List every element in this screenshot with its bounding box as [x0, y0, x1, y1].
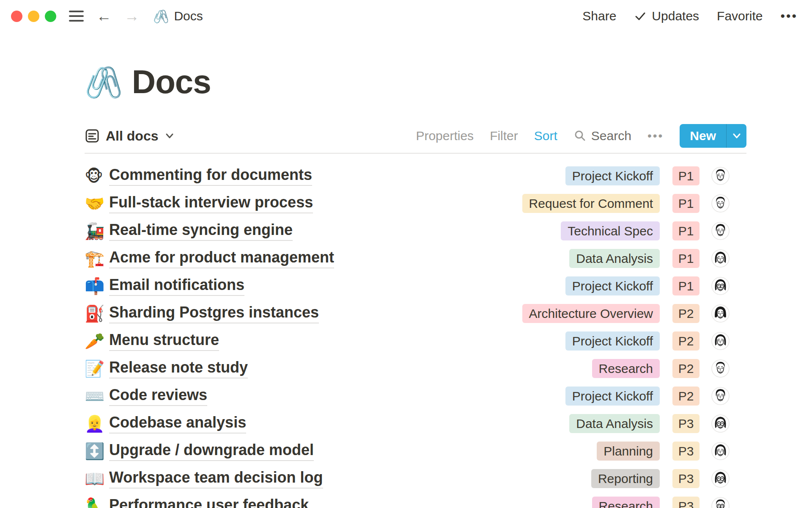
search-button[interactable]: Search	[573, 129, 631, 143]
minimize-button[interactable]	[28, 11, 39, 22]
doc-title-link[interactable]: Menu structure	[109, 331, 219, 351]
view-more-icon[interactable]: •••	[647, 129, 664, 143]
doc-title-link[interactable]: Upgrade / downgrade model	[109, 441, 314, 461]
chevron-down-icon	[164, 130, 175, 141]
window-title: Docs	[174, 9, 203, 23]
doc-emoji-icon[interactable]: ⌨️	[85, 388, 103, 404]
filter-button[interactable]: Filter	[490, 129, 518, 143]
table-row: 📝 Release note study Research P2	[85, 355, 746, 382]
back-button[interactable]: ←	[96, 8, 112, 24]
doc-title-link[interactable]: Sharding Postgres instances	[109, 304, 319, 323]
search-label: Search	[591, 129, 631, 143]
avatar	[711, 277, 730, 295]
doc-emoji-icon[interactable]: 🏗️	[85, 251, 103, 267]
view-switcher-all-docs[interactable]: All docs	[85, 128, 175, 144]
doc-emoji-icon[interactable]: ↕️	[85, 443, 103, 459]
doc-type-tag[interactable]: Data Analysis	[569, 249, 660, 268]
doc-title-link[interactable]: Workspace team decision log	[109, 469, 323, 489]
priority-badge[interactable]: P2	[672, 304, 700, 323]
forward-button[interactable]: →	[124, 8, 140, 24]
table-row: 🚂 Real-time syncing engine Technical Spe…	[85, 217, 746, 245]
priority-badge[interactable]: P3	[672, 414, 700, 433]
doc-type-tag[interactable]: Project Kickoff	[565, 387, 660, 406]
doc-title-link[interactable]: Performance user feedback	[109, 496, 309, 508]
doc-type-tag[interactable]: Research	[592, 497, 660, 508]
doc-type-tag[interactable]: Project Kickoff	[565, 276, 660, 295]
doc-title-link[interactable]: Release note study	[109, 359, 248, 378]
doc-emoji-icon[interactable]: 📝	[85, 361, 103, 377]
share-button[interactable]: Share	[582, 9, 616, 23]
doc-list-icon	[85, 128, 100, 144]
sort-button[interactable]: Sort	[534, 129, 557, 143]
check-icon	[634, 10, 647, 22]
table-row: 🏗️ Acme for product management Data Anal…	[85, 245, 746, 272]
avatar	[711, 469, 730, 488]
doc-title-link[interactable]: Code reviews	[109, 386, 207, 406]
doc-emoji-icon[interactable]: 👱‍♀️	[85, 416, 103, 432]
avatar	[711, 222, 730, 240]
table-row: 🥕 Menu structure Project Kickoff P2	[85, 327, 746, 355]
doc-type-tag[interactable]: Planning	[597, 442, 660, 461]
doc-type-tag[interactable]: Request for Comment	[522, 194, 660, 213]
menu-icon[interactable]	[69, 11, 84, 22]
avatar	[711, 249, 730, 268]
priority-badge[interactable]: P2	[672, 387, 700, 406]
priority-badge[interactable]: P1	[672, 276, 700, 295]
doc-title-link[interactable]: Email notifications	[109, 276, 244, 296]
priority-badge[interactable]: P1	[672, 249, 700, 268]
priority-badge[interactable]: P1	[672, 221, 700, 240]
doc-type-tag[interactable]: Research	[592, 359, 660, 378]
updates-label: Updates	[652, 9, 699, 23]
doc-emoji-icon[interactable]: 🦜	[85, 498, 103, 508]
doc-emoji-icon[interactable]: 🐵	[85, 168, 103, 184]
window-titlebar: ← → 🖇️ Docs Share Updates Favorite •••	[0, 0, 812, 32]
avatar	[711, 497, 730, 508]
doc-title-link[interactable]: Real-time syncing engine	[109, 221, 293, 241]
table-row: 📖 Workspace team decision log Reporting …	[85, 465, 746, 492]
table-row: 🦜 Performance user feedback Research P3	[85, 492, 746, 508]
table-row: ⌨️ Code reviews Project Kickoff P2	[85, 382, 746, 410]
doc-type-tag[interactable]: Architecture Overview	[522, 304, 660, 323]
page-icon[interactable]: 🖇️	[85, 67, 123, 97]
priority-badge[interactable]: P1	[672, 166, 700, 185]
more-options-icon[interactable]: •••	[780, 9, 798, 23]
new-button-group: New	[680, 124, 746, 148]
doc-emoji-icon[interactable]: 📫	[85, 278, 103, 294]
updates-button[interactable]: Updates	[634, 9, 699, 23]
avatar	[711, 442, 730, 460]
page-title: Docs	[132, 63, 211, 101]
doc-title-link[interactable]: Full-stack interview process	[109, 193, 313, 213]
chevron-down-icon	[732, 131, 742, 141]
doc-type-tag[interactable]: Project Kickoff	[565, 166, 660, 185]
doc-type-tag[interactable]: Project Kickoff	[565, 331, 660, 351]
zoom-button[interactable]	[45, 11, 56, 22]
avatar	[711, 304, 730, 323]
avatar	[711, 414, 730, 433]
avatar	[711, 194, 730, 213]
doc-emoji-icon[interactable]: 🚂	[85, 223, 103, 239]
doc-emoji-icon[interactable]: ⛽	[85, 306, 103, 322]
new-button[interactable]: New	[680, 124, 726, 148]
doc-title-link[interactable]: Acme for product management	[109, 248, 334, 268]
new-dropdown-button[interactable]	[726, 124, 746, 148]
doc-emoji-icon[interactable]: 🥕	[85, 333, 103, 349]
doc-title-link[interactable]: Codebase analysis	[109, 414, 246, 433]
priority-badge[interactable]: P3	[672, 442, 700, 461]
doc-title-link[interactable]: Commenting for documents	[109, 166, 312, 186]
priority-badge[interactable]: P1	[672, 194, 700, 213]
doc-type-tag[interactable]: Technical Spec	[561, 221, 660, 240]
close-button[interactable]	[11, 11, 22, 22]
doc-emoji-icon[interactable]: 🤝	[85, 196, 103, 212]
doc-emoji-icon[interactable]: 📖	[85, 471, 103, 487]
table-row: 🤝 Full-stack interview process Request f…	[85, 190, 746, 217]
properties-button[interactable]: Properties	[416, 129, 474, 143]
table-row: ↕️ Upgrade / downgrade model Planning P3	[85, 437, 746, 465]
doc-type-tag[interactable]: Data Analysis	[569, 414, 660, 433]
priority-badge[interactable]: P2	[672, 331, 700, 351]
priority-badge[interactable]: P3	[672, 497, 700, 508]
page-header: 🖇️ Docs	[85, 63, 746, 101]
favorite-button[interactable]: Favorite	[717, 9, 763, 23]
priority-badge[interactable]: P2	[672, 359, 700, 378]
priority-badge[interactable]: P3	[672, 469, 700, 488]
doc-type-tag[interactable]: Reporting	[591, 469, 660, 488]
